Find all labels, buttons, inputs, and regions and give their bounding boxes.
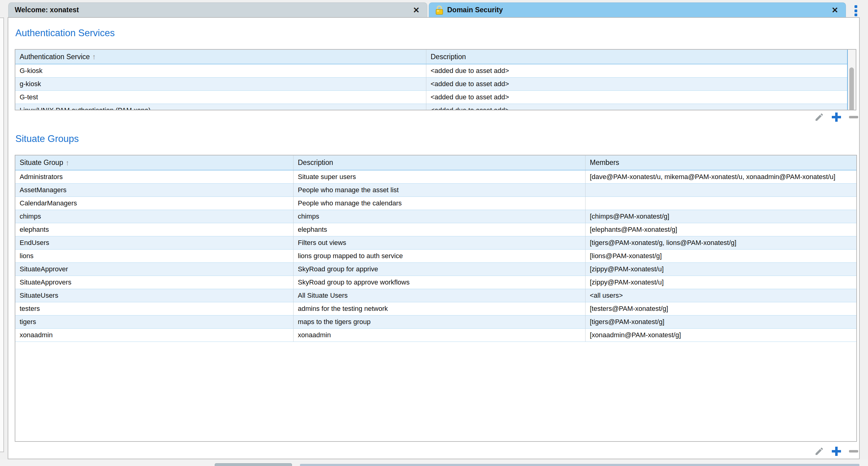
bottom-peek-bar bbox=[300, 464, 860, 466]
bottom-peek-tab bbox=[215, 463, 292, 466]
group-row[interactable]: AssetManagers People who manage the asse… bbox=[16, 184, 856, 197]
group-row[interactable]: tigers maps to the tigers group [tigers@… bbox=[16, 315, 856, 329]
auth-services-table: Authentication Service ↑ Description G-k… bbox=[15, 49, 856, 110]
groups-table-actions bbox=[813, 445, 863, 458]
group-row[interactable]: testers admins for the testing network [… bbox=[16, 302, 856, 315]
tab-welcome[interactable]: Welcome: xonatest ✕ bbox=[8, 2, 427, 17]
auth-col-header-description[interactable]: Description bbox=[426, 50, 847, 64]
groups-table-header: Situate Group ↑ Description Members bbox=[16, 156, 856, 170]
group-row[interactable]: chimps chimps [chimps@PAM-xonatest/g] bbox=[16, 210, 856, 223]
sort-ascending-icon: ↑ bbox=[66, 159, 69, 167]
auth-table-row[interactable]: Linux/UNIX PAM authentication (PAM xona)… bbox=[16, 104, 847, 110]
add-plus-icon[interactable] bbox=[831, 111, 842, 123]
situate-groups-table: Situate Group ↑ Description Members Admi… bbox=[15, 155, 857, 442]
bottom-strip bbox=[0, 459, 868, 466]
tab-bar: Welcome: xonatest ✕ Domain Security ✕ bbox=[0, 0, 868, 17]
domain-security-panel: Authentication Services Authentication S… bbox=[8, 17, 860, 459]
auth-col-header-service[interactable]: Authentication Service ↑ bbox=[16, 50, 426, 64]
tab-overflow-menu-icon[interactable] bbox=[855, 5, 858, 16]
group-row[interactable]: elephants elephants [elephants@PAM-xonat… bbox=[16, 223, 856, 236]
group-row[interactable]: SituateUsers All Situate Users <all user… bbox=[16, 289, 856, 302]
auth-table-row[interactable]: G-kiosk <added due to asset add> bbox=[16, 64, 847, 77]
lock-icon bbox=[435, 5, 443, 15]
auth-services-heading: Authentication Services bbox=[16, 28, 115, 39]
left-splitter-rail[interactable] bbox=[0, 18, 4, 452]
groups-col-header-name[interactable]: Situate Group ↑ bbox=[16, 156, 293, 170]
group-row[interactable]: lions lions group mapped to auth service… bbox=[16, 249, 856, 263]
auth-table-scrollbar[interactable] bbox=[847, 50, 856, 110]
tab-domain-security[interactable]: Domain Security ✕ bbox=[429, 2, 846, 17]
groups-table-empty-area bbox=[16, 342, 856, 441]
sort-ascending-icon: ↑ bbox=[92, 53, 96, 61]
group-row[interactable]: SituateApprover SkyRoad group for appriv… bbox=[16, 263, 856, 276]
group-row[interactable]: Administrators Situate super users [dave… bbox=[16, 170, 856, 184]
app-window: Welcome: xonatest ✕ Domain Security ✕ Au… bbox=[0, 0, 868, 466]
tab-welcome-label: Welcome: xonatest bbox=[15, 6, 79, 14]
remove-minus-icon[interactable] bbox=[848, 111, 860, 123]
group-row[interactable]: EndUsers Filters out views [tigers@PAM-x… bbox=[16, 236, 856, 249]
auth-table-actions bbox=[813, 111, 863, 124]
groups-col-header-members[interactable]: Members bbox=[585, 156, 856, 170]
auth-table-header: Authentication Service ↑ Description bbox=[16, 50, 847, 64]
auth-table-row[interactable]: G-test <added due to asset add> bbox=[16, 91, 847, 104]
scrollbar-thumb[interactable] bbox=[849, 67, 854, 110]
auth-table-row[interactable]: g-kiosk <added due to asset add> bbox=[16, 77, 847, 91]
tab-welcome-close-icon[interactable]: ✕ bbox=[412, 5, 421, 15]
group-row[interactable]: CalendarManagers People who manage the c… bbox=[16, 197, 856, 210]
add-plus-icon[interactable] bbox=[831, 445, 842, 457]
situate-groups-heading: Situate Groups bbox=[16, 133, 79, 144]
tab-domain-security-label: Domain Security bbox=[447, 6, 503, 14]
groups-col-header-description[interactable]: Description bbox=[293, 156, 585, 170]
group-row[interactable]: xonaadmin xonaadmin [xonaadmin@PAM-xonat… bbox=[16, 329, 856, 342]
group-row[interactable]: SituateApprovers SkyRoad group to approv… bbox=[16, 276, 856, 289]
edit-pencil-icon[interactable] bbox=[813, 445, 825, 457]
edit-pencil-icon[interactable] bbox=[813, 111, 825, 123]
tab-domain-security-close-icon[interactable]: ✕ bbox=[830, 5, 839, 15]
remove-minus-icon[interactable] bbox=[848, 445, 860, 457]
